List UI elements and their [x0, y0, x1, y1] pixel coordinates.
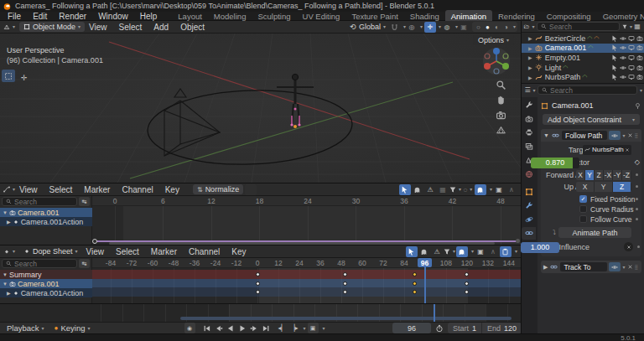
tab-object[interactable]	[522, 185, 536, 198]
menu-select[interactable]: Select	[119, 23, 143, 32]
expand-icon[interactable]: ▶	[528, 54, 532, 60]
tab-render[interactable]	[522, 112, 536, 125]
expand-icon[interactable]: ▶	[543, 264, 548, 271]
expand-icon[interactable]: ▼	[543, 132, 549, 138]
delete-constraint-icon[interactable]	[626, 130, 635, 141]
ghost-curves-icon[interactable]	[475, 184, 486, 195]
menu-key[interactable]: Key	[231, 247, 246, 256]
hide-eye-icon[interactable]	[620, 54, 626, 61]
outliner-display-mode-icon[interactable]: 🗁▾	[524, 21, 534, 32]
playback-sync-button[interactable]: ▣	[308, 323, 319, 333]
constraint-enable-eye-icon[interactable]	[609, 262, 621, 271]
viewport-visibility-icon[interactable]	[628, 74, 635, 80]
cursor-tool-button[interactable]: ✛	[18, 71, 31, 84]
checkbox[interactable]	[579, 215, 587, 223]
auto-snap-icon[interactable]: ∧	[506, 184, 517, 195]
snap-icon[interactable]: ▣	[475, 246, 486, 257]
timeline-area[interactable]	[0, 303, 528, 322]
tab-tool[interactable]	[522, 99, 536, 111]
only-selected-filter-icon[interactable]	[399, 184, 411, 195]
select-box-tool-button[interactable]	[2, 70, 15, 82]
axis-gizmo[interactable]	[482, 47, 511, 75]
constraint-name-field[interactable]: Track To	[560, 262, 606, 271]
expand-icon[interactable]: ▼	[3, 210, 8, 215]
channel-summary[interactable]: ▼Summary	[0, 270, 92, 279]
auto-snap-icon[interactable]: ∧	[487, 246, 499, 257]
menu-view[interactable]: View	[86, 247, 105, 256]
selectable-icon[interactable]	[611, 65, 618, 71]
clear-influence-icon[interactable]	[624, 242, 633, 251]
shading-rendered-icon[interactable]: ◑	[501, 22, 511, 33]
show-only-selected-keys-icon[interactable]: ▦	[437, 184, 449, 195]
render-visibility-icon[interactable]	[636, 44, 643, 51]
checkbox[interactable]: ✓	[579, 195, 587, 203]
editor-type-dope-icon[interactable]: ▾	[3, 246, 15, 257]
keyframe-dot[interactable]	[343, 290, 347, 294]
animate-dot[interactable]	[636, 198, 638, 200]
menu-object[interactable]: Object	[180, 23, 205, 32]
target-field[interactable]: NurbsPath	[583, 145, 631, 155]
animate-dot[interactable]	[636, 218, 638, 220]
outliner-item-camera-001[interactable]: ▶Camera.001◠	[522, 44, 644, 54]
copy-to-selected-icon[interactable]	[500, 246, 512, 257]
keyframe-dot[interactable]	[256, 282, 260, 286]
selectable-icon[interactable]	[611, 35, 618, 42]
xray-toggle-icon[interactable]: ▣	[458, 22, 470, 33]
expand-icon[interactable]: ▶	[528, 45, 532, 51]
pin-icon[interactable]	[634, 102, 641, 110]
shading-wireframe-icon[interactable]: ○	[474, 22, 483, 33]
drag-handle-icon[interactable]: ⣿	[635, 132, 639, 138]
menu-select[interactable]: Select	[116, 247, 139, 256]
current-frame-field[interactable]: 96	[392, 323, 431, 333]
animate-dot[interactable]	[636, 208, 638, 210]
selectable-icon[interactable]	[611, 74, 618, 80]
keyframe-dot[interactable]	[343, 282, 347, 286]
menu-render[interactable]: Render	[59, 12, 86, 21]
show-hidden-icon[interactable]	[418, 246, 430, 257]
fcurve-keyframe-end[interactable]	[516, 239, 520, 243]
render-visibility-icon[interactable]	[636, 65, 643, 71]
prev-keyframe-button[interactable]	[214, 323, 224, 333]
options-button[interactable]: Options▾	[473, 35, 514, 45]
animate-dot[interactable]	[636, 173, 638, 176]
render-visibility-icon[interactable]	[636, 35, 643, 42]
animate-dot[interactable]	[637, 245, 640, 248]
outliner-item-light[interactable]: ▶Light◠	[522, 63, 644, 73]
expand-icon[interactable]: ▶	[528, 35, 532, 41]
keying-menu[interactable]: ● Keying▾	[55, 323, 91, 333]
zoom-icon[interactable]	[496, 80, 506, 90]
next-frame-button[interactable]: ▕▸	[289, 323, 299, 333]
keyframe-dot[interactable]	[256, 272, 260, 276]
overlays-icon[interactable]: ◍	[441, 22, 453, 33]
delete-constraint-icon[interactable]	[626, 261, 635, 272]
keyframe-diamond-icon[interactable]: ◇	[635, 158, 640, 166]
ghost-icon[interactable]	[456, 246, 468, 257]
tab-modifiers[interactable]	[522, 199, 536, 212]
menu-select[interactable]: Select	[49, 185, 73, 194]
drag-handle-icon[interactable]: ⣿	[635, 264, 639, 270]
filter-funnel-icon[interactable]: ▾	[449, 184, 461, 195]
playhead-line[interactable]	[424, 266, 426, 304]
axis-option--y[interactable]: -Y	[613, 170, 622, 180]
keyframe-dot[interactable]	[343, 272, 347, 276]
camera-view-icon[interactable]	[496, 110, 506, 121]
channel-filter-toggle[interactable]: ↹	[79, 197, 90, 206]
play-button[interactable]	[237, 323, 247, 333]
expand-icon[interactable]: ▶	[528, 75, 532, 80]
perspective-toggle-icon[interactable]	[496, 125, 506, 136]
menu-channel[interactable]: Channel	[189, 247, 220, 256]
normalize-toggle[interactable]: ⇅Normalize	[193, 184, 243, 194]
outliner-filter-icon[interactable]: ▾	[622, 21, 632, 32]
current-frame-badge[interactable]: 96	[418, 258, 432, 267]
selectable-icon[interactable]	[611, 44, 618, 51]
expand-icon[interactable]: ▼	[3, 282, 8, 287]
hide-eye-icon[interactable]	[620, 35, 626, 42]
show-hidden-icon[interactable]	[412, 184, 423, 195]
axis-option-z[interactable]: Z	[595, 170, 604, 180]
axis-option-z[interactable]: Z	[613, 182, 631, 192]
menu-help[interactable]: Help	[140, 12, 158, 21]
channel-camera-001[interactable]: ▼Camera.001	[0, 279, 92, 288]
channel-filter-toggle[interactable]: ↹	[79, 259, 90, 268]
animate-path-button[interactable]: Animate Path	[558, 227, 631, 238]
hide-eye-icon[interactable]	[620, 65, 626, 71]
